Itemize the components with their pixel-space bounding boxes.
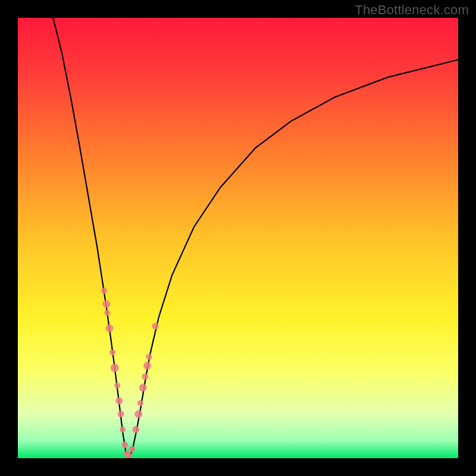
scatter-point: [146, 354, 152, 360]
scatter-point: [129, 446, 135, 453]
watermark-text: TheBottleneck.com: [355, 2, 469, 18]
scatter-point: [142, 374, 148, 380]
scatter-point: [115, 397, 123, 405]
scatter-point: [114, 383, 120, 389]
scatter-point: [109, 349, 115, 355]
scatter-point: [139, 384, 147, 392]
scatter-point: [121, 441, 128, 448]
scatter-point: [118, 411, 124, 418]
scatter-point: [137, 400, 143, 406]
scatter-point: [120, 427, 126, 433]
scatter-point: [102, 300, 110, 308]
scatter-point: [104, 310, 110, 316]
scatter-point: [101, 288, 107, 294]
scatter-point: [143, 362, 151, 369]
plot-area: [18, 18, 458, 458]
measured-points: [101, 288, 158, 458]
scatter-point: [134, 411, 142, 418]
curve-layer: [18, 18, 458, 458]
bottleneck-curve: [53, 18, 458, 458]
scatter-point: [105, 324, 113, 332]
scatter-point: [132, 426, 139, 433]
scatter-point: [152, 323, 158, 330]
chart-frame: TheBottleneck.com: [0, 0, 476, 476]
scatter-point: [111, 364, 119, 372]
